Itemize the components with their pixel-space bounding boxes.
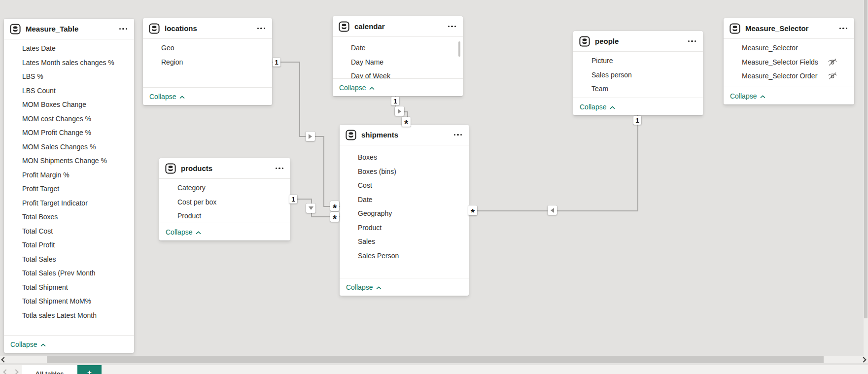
table-card-header[interactable]: calendar [333, 16, 463, 37]
field-row[interactable]: MOM Boxes Change [4, 98, 134, 112]
cardinality-one-badge[interactable]: 1 [289, 195, 297, 204]
table-card-header[interactable]: locations [143, 18, 272, 39]
field-row[interactable]: MOM cost Changes % [4, 112, 134, 126]
cardinality-many-badge[interactable]: * [330, 201, 339, 211]
filter-direction-down-icon[interactable] [306, 204, 315, 213]
cardinality-one-badge[interactable]: 1 [391, 97, 399, 105]
field-row[interactable]: Date [333, 41, 463, 55]
field-row[interactable]: Category [159, 181, 290, 195]
relationship-line[interactable] [323, 136, 324, 207]
more-options-icon[interactable] [118, 25, 128, 33]
more-options-icon[interactable] [453, 131, 463, 138]
field-row[interactable]: MOM Sales Changes % [4, 140, 134, 154]
collapse-button[interactable]: Collapse [159, 223, 290, 240]
more-options-icon[interactable] [447, 23, 457, 30]
table-card-header[interactable]: Measure_Selector [724, 18, 854, 39]
field-row[interactable]: Total Shipment MoM% [4, 294, 134, 308]
collapse-button[interactable]: Collapse [573, 98, 703, 115]
field-row[interactable]: Cost [340, 178, 469, 193]
collapse-button[interactable]: Collapse [724, 87, 854, 104]
field-row[interactable]: Day of Week [333, 69, 463, 78]
table-card-products[interactable]: products Category Cost per box Product C… [159, 158, 290, 240]
field-row[interactable]: Sales [340, 235, 469, 249]
field-row[interactable]: Region [143, 55, 272, 69]
table-card-header[interactable]: people [573, 31, 703, 52]
cardinality-many-badge[interactable]: * [330, 212, 339, 222]
filter-direction-right-icon[interactable] [395, 106, 404, 116]
more-options-icon[interactable] [256, 25, 266, 32]
table-card-measure-table[interactable]: Measure_Table Lates Date Lates Month sal… [4, 19, 134, 353]
relationship-line[interactable] [637, 115, 638, 211]
collapse-button[interactable]: Collapse [4, 335, 134, 353]
field-row[interactable]: Measure_Selector [724, 41, 854, 55]
collapse-button[interactable]: Collapse [143, 87, 272, 105]
collapse-label: Collapse [346, 283, 373, 291]
scroll-left-button[interactable] [2, 358, 6, 362]
more-options-icon[interactable] [275, 165, 284, 172]
field-row[interactable]: MON Shipments Change % [4, 154, 134, 168]
table-card-measure-selector[interactable]: Measure_Selector Measure_Selector Measur… [724, 18, 854, 104]
field-row[interactable]: Lates Date [4, 41, 134, 56]
field-row[interactable]: Total Sales [4, 252, 134, 267]
table-card-header[interactable]: Measure_Table [4, 19, 134, 39]
field-row[interactable]: Profit Target Indicator [4, 196, 134, 210]
horizontal-scrollbar-thumb[interactable] [47, 356, 824, 363]
add-layout-button[interactable]: + [77, 365, 102, 374]
collapse-button[interactable]: Collapse [333, 78, 463, 96]
field-row[interactable]: Totla sales Latest Month [4, 308, 134, 323]
cardinality-one-badge[interactable]: 1 [273, 58, 280, 67]
cardinality-one-badge[interactable]: 1 [633, 116, 641, 125]
horizontal-scrollbar-track[interactable] [0, 356, 868, 363]
field-row[interactable]: Day Name [333, 55, 463, 69]
field-row[interactable]: Boxes [340, 150, 469, 165]
field-row[interactable]: Product [340, 221, 469, 235]
table-card-calendar[interactable]: calendar Date Day Name Day of Week Colla… [333, 16, 463, 96]
relationship-line[interactable] [299, 62, 300, 137]
card-scrollbar-thumb[interactable] [458, 41, 460, 57]
field-row[interactable]: Cost per box [159, 195, 290, 209]
field-row[interactable]: Team [573, 82, 703, 96]
tab-nav-right-icon[interactable] [13, 369, 18, 374]
field-row[interactable]: Measure_Selector Fields [724, 55, 854, 69]
table-card-shipments[interactable]: shipments Boxes Boxes (bins) Cost Date G… [340, 125, 469, 296]
cardinality-many-badge[interactable]: * [468, 205, 477, 215]
cardinality-many-badge[interactable]: * [402, 117, 411, 127]
more-options-icon[interactable] [687, 37, 697, 45]
table-card-locations[interactable]: locations Geo Region Collapse [143, 18, 272, 105]
field-row[interactable]: LBS Count [4, 84, 134, 98]
filter-direction-right-icon[interactable] [306, 132, 315, 141]
field-row[interactable]: Total Shipment [4, 280, 134, 295]
field-row[interactable]: Boxes (bins) [340, 165, 469, 179]
field-row[interactable]: Geography [340, 206, 469, 221]
field-row[interactable]: Measure_Selector Order [724, 69, 854, 83]
tab-all-tables[interactable]: All tables [22, 365, 77, 374]
table-card-header[interactable]: products [159, 158, 290, 179]
field-row[interactable]: Lates Month sales changes % [4, 56, 134, 70]
tab-nav-left-icon[interactable] [3, 369, 8, 374]
field-row[interactable]: Date [340, 193, 469, 207]
field-row[interactable]: Profit Target [4, 182, 134, 196]
field-row[interactable]: LBS % [4, 69, 134, 84]
vertical-scrollbar-thumb[interactable] [864, 0, 868, 318]
table-card-people[interactable]: people Picture Sales person Team Collaps… [573, 31, 703, 115]
field-row[interactable]: Total Profit [4, 238, 134, 252]
field-row[interactable]: Picture [573, 54, 703, 68]
field-row[interactable]: Sales person [573, 68, 703, 82]
field-row[interactable]: Profit Margin % [4, 168, 134, 182]
field-row[interactable]: Geo [143, 41, 272, 55]
filter-direction-left-icon[interactable] [548, 205, 557, 215]
field-row[interactable]: Total Boxes [4, 210, 134, 224]
vertical-scrollbar-track[interactable] [864, 0, 868, 356]
field-row[interactable]: Total Sales (Prev Month [4, 266, 134, 280]
scroll-right-button[interactable] [862, 358, 866, 362]
eye-slash-icon[interactable] [828, 71, 837, 80]
eye-slash-icon[interactable] [828, 58, 837, 67]
more-options-icon[interactable] [838, 25, 848, 32]
field-name: Picture [591, 57, 613, 65]
field-row[interactable]: Sales Person [340, 249, 469, 263]
field-row[interactable]: MOM Profit Change % [4, 126, 134, 140]
field-row[interactable]: Product [159, 209, 290, 223]
field-name: Measure_Selector [742, 44, 798, 52]
collapse-button[interactable]: Collapse [340, 278, 469, 296]
field-row[interactable]: Total Cost [4, 224, 134, 238]
